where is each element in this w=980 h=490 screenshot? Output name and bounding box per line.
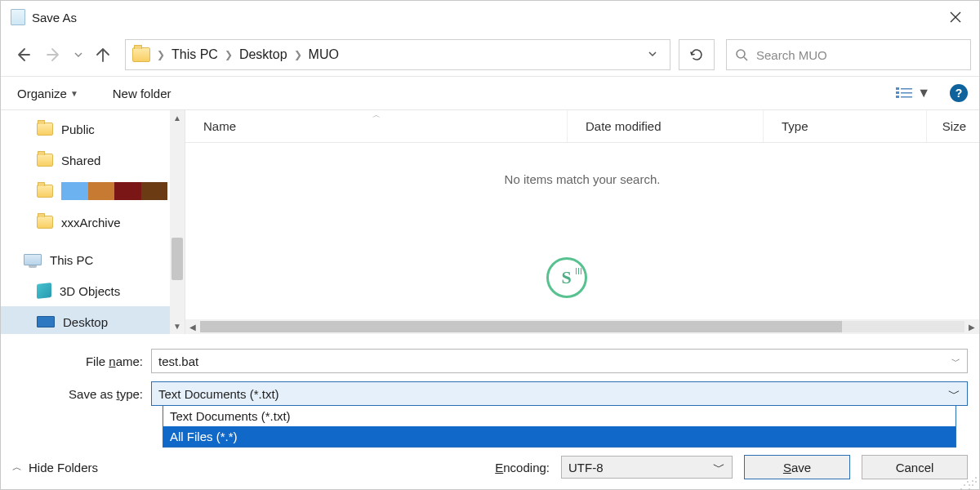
file-name-row: File name: test.bat ﹀ [12,349,968,373]
bottom-bar: ︿ Hide Folders Encoding: UTF-8 ﹀ Save Ca… [1,448,979,489]
column-date[interactable]: Date modified [568,110,764,142]
horizontal-scrollbar[interactable]: ◀ ▶ [185,319,979,334]
save-type-label: Save as type: [12,387,151,401]
svg-point-0 [737,50,745,58]
save-type-option-all[interactable]: All Files (*.*) [163,426,956,447]
file-list: ︿ Name Date modified Type Size No items … [185,110,979,334]
chevron-down-icon [74,51,82,59]
tree-item-swatch[interactable] [1,176,185,207]
column-size[interactable]: Size [927,110,979,142]
tree-item-public[interactable]: Public [1,114,185,145]
chevron-down-icon: ﹀ [713,460,725,475]
chevron-down-icon[interactable]: ﹀ [951,355,960,368]
tree-item-3d-objects[interactable]: 3D Objects [1,275,185,306]
folder-icon [37,185,53,198]
save-as-dialog: Save As ❯ This PC ❯ Desktop ❯ MUO [0,0,980,490]
cancel-button[interactable]: Cancel [862,455,968,479]
tree-item-shared[interactable]: Shared [1,145,185,176]
scroll-thumb[interactable] [172,238,183,280]
organize-menu[interactable]: Organize ▼ [12,83,83,104]
search-icon [735,48,748,61]
view-details-icon [896,87,912,100]
save-button[interactable]: Save [744,455,850,479]
close-icon [950,11,961,23]
hide-folders-button[interactable]: ︿ Hide Folders [12,461,98,474]
save-type-dropdown: Text Documents (*.txt) All Files (*.*) [163,405,956,448]
scroll-up-icon[interactable]: ▲ [173,110,181,126]
folder-icon [37,216,53,229]
encoding-select[interactable]: UTF-8 ﹀ [561,456,733,479]
refresh-button[interactable] [679,39,715,70]
help-button[interactable]: ? [950,84,968,102]
scroll-down-icon[interactable]: ▼ [173,318,181,334]
arrow-up-icon [95,47,111,63]
encoding-label: Encoding: [495,461,550,474]
save-type-row: Save as type: Text Documents (*.txt) ﹀ T… [12,381,968,406]
history-dropdown[interactable] [71,51,86,59]
close-button[interactable] [937,4,974,30]
chevron-down-icon [648,49,657,59]
watermark-logo: S [546,257,587,298]
3d-objects-icon [37,283,51,299]
caret-down-icon: ▼ [917,86,930,100]
folder-tree: Public Shared xxxArchive [1,110,185,334]
resize-grip[interactable]: ⋰⋰⋰ [960,479,976,488]
save-type-select[interactable]: Text Documents (*.txt) ﹀ [151,381,968,406]
folder-icon [37,122,53,136]
sort-asc-icon: ︿ [372,109,381,121]
svg-rect-6 [901,96,912,98]
chevron-down-icon: ﹀ [948,386,960,402]
svg-rect-4 [901,92,912,94]
tree-item-this-pc[interactable]: This PC [1,244,185,275]
folder-icon [37,154,53,167]
scroll-left-icon[interactable]: ◀ [185,323,200,332]
titlebar: Save As [1,1,979,33]
navbar: ❯ This PC ❯ Desktop ❯ MUO Search MUO [1,33,979,76]
search-input[interactable]: Search MUO [726,39,971,70]
caret-down-icon: ▼ [70,89,78,98]
pc-icon [24,254,42,265]
scroll-thumb[interactable] [200,321,842,332]
chevron-right-icon: ❯ [292,49,304,60]
scroll-right-icon[interactable]: ▶ [964,323,979,332]
chevron-right-icon: ❯ [155,49,167,60]
body: Public Shared xxxArchive [1,110,979,334]
breadcrumb-desktop[interactable]: Desktop [234,47,292,62]
chevron-right-icon: ❯ [223,49,234,60]
chevron-up-icon: ︿ [12,461,22,474]
file-name-label: File name: [12,354,151,368]
empty-message: No items match your search. [505,172,661,186]
list-header: ︿ Name Date modified Type Size [185,110,979,143]
up-button[interactable] [89,41,117,69]
svg-rect-3 [896,91,899,94]
forward-button[interactable] [40,41,68,69]
back-button[interactable] [9,41,37,69]
form-area: File name: test.bat ﹀ Save as type: Text… [1,334,979,414]
breadcrumb-muo[interactable]: MUO [304,47,344,62]
desktop-icon [37,316,55,327]
tree-item-xxxarchive[interactable]: xxxArchive [1,207,185,238]
new-folder-button[interactable]: New folder [108,83,176,104]
svg-rect-2 [901,88,912,90]
save-type-option-txt[interactable]: Text Documents (*.txt) [163,406,956,426]
svg-rect-5 [896,96,899,98]
folder-icon [132,47,150,62]
column-name[interactable]: ︿ Name [185,110,568,142]
search-placeholder: Search MUO [756,48,827,62]
view-menu[interactable]: ▼ [891,82,935,104]
column-type[interactable]: Type [764,110,927,142]
tree-item-desktop[interactable]: Desktop [1,306,185,334]
refresh-icon [689,47,704,62]
arrow-left-icon [15,47,31,63]
list-body: No items match your search. S [185,143,979,319]
address-dropdown[interactable] [639,49,666,61]
address-bar[interactable]: ❯ This PC ❯ Desktop ❯ MUO [125,39,670,70]
tree-scrollbar[interactable]: ▲ ▼ [170,110,185,334]
file-name-input[interactable]: test.bat ﹀ [151,349,968,373]
app-icon [11,9,25,25]
arrow-right-icon [46,47,62,63]
breadcrumb-this-pc[interactable]: This PC [167,47,223,62]
svg-rect-1 [896,87,899,90]
window-title: Save As [32,11,77,24]
color-swatch [61,182,167,200]
